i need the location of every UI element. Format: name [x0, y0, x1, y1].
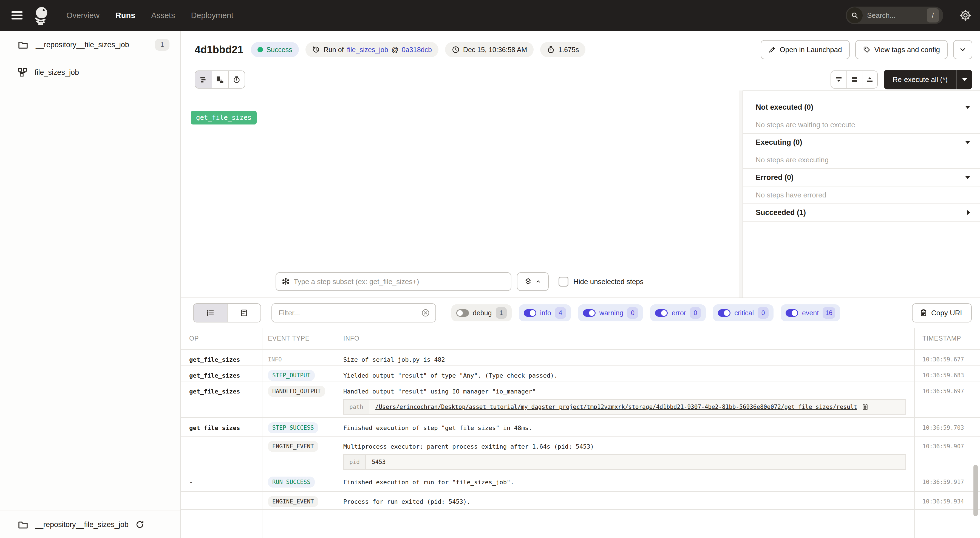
gantt-view-button[interactable] [195, 71, 212, 88]
step-subset-box[interactable] [275, 272, 511, 291]
event-type-badge: RUN_SUCCESS [268, 477, 315, 487]
folder-icon [18, 39, 29, 50]
hide-unselected-checkbox[interactable] [558, 277, 568, 287]
run-toolbar: Re-execute all (*) [181, 68, 980, 91]
sidebar-job-label: file_sizes_job [35, 68, 79, 77]
collapse-down-button[interactable] [831, 71, 846, 88]
sidebar-item-job[interactable]: file_sizes_job [0, 59, 180, 86]
log-row[interactable]: get_file_sizes INFO Size of serial_job.p… [181, 350, 980, 366]
hamburger-menu-icon[interactable] [11, 11, 22, 19]
copy-url-button[interactable]: Copy URL [912, 303, 972, 323]
log-row[interactable]: get_file_sizes STEP_SUCCESS Finished exe… [181, 418, 980, 436]
log-row[interactable]: get_file_sizes STEP_OUTPUT Yielded outpu… [181, 366, 980, 381]
level-count-badge: 1 [496, 307, 507, 318]
collapse-up-icon [865, 75, 874, 84]
toggle-switch-icon [583, 309, 595, 317]
section-succeeded[interactable]: Succeeded (1) [743, 204, 980, 221]
job-link[interactable]: file_sizes_job [347, 46, 388, 54]
level-count-badge: 0 [757, 307, 768, 318]
flow-view-button[interactable] [212, 71, 228, 88]
log-row[interactable]: - RUN_SUCCESS Finished execution of run … [181, 472, 980, 492]
sidebar-item-repository[interactable]: __repository__file_sizes_job 1 [0, 31, 180, 59]
log-filter-box[interactable] [272, 303, 436, 323]
structured-log-view-button[interactable] [227, 304, 261, 322]
folder-icon [18, 519, 29, 530]
section-errored[interactable]: Errored (0) [743, 169, 980, 186]
clear-filter-icon[interactable] [421, 309, 430, 317]
view-mode-segment [195, 70, 245, 89]
reexecute-dropdown-button[interactable] [956, 70, 972, 89]
panel-resize-gutter[interactable] [739, 91, 743, 298]
nav-item-assets[interactable]: Assets [151, 11, 175, 20]
view-tags-config-button[interactable]: View tags and config [855, 40, 948, 59]
dagster-app: Overview Runs Assets Deployment / [0, 0, 980, 538]
collapse-up-button[interactable] [862, 71, 877, 88]
search-icon [847, 7, 863, 23]
gantt-step-bar[interactable]: get_file_sizes [191, 111, 257, 124]
reload-icon[interactable] [135, 520, 145, 529]
log-filter-input[interactable] [278, 309, 421, 317]
chevron-up-icon [535, 279, 542, 285]
level-toggle-error[interactable]: error 0 [650, 304, 706, 322]
open-in-launchpad-button[interactable]: Open in Launchpad [760, 40, 850, 59]
toggle-switch-icon [524, 309, 536, 317]
dagster-logo-icon[interactable] [32, 5, 50, 25]
panel-layout-segment [830, 70, 878, 89]
hide-unselected-toggle[interactable]: Hide unselected steps [558, 277, 644, 287]
global-search[interactable]: / [846, 6, 943, 24]
nav-item-runs[interactable]: Runs [115, 11, 135, 20]
level-toggle-info[interactable]: info 4 [519, 304, 571, 322]
flat-log-view-button[interactable] [194, 304, 227, 322]
timer-icon [547, 46, 555, 54]
level-toggle-warning[interactable]: warning 0 [578, 304, 643, 322]
collapse-down-icon [835, 75, 843, 84]
log-scrollbar-thumb[interactable] [974, 465, 978, 516]
nav-links: Overview Runs Assets Deployment [66, 11, 233, 20]
search-shortcut-key: / [927, 8, 939, 22]
graph-query-toggle-button[interactable] [517, 272, 549, 291]
path-link[interactable]: /Users/erincochran/Desktop/asset_tutoria… [375, 404, 857, 410]
sidebar-repo-label: __repository__file_sizes_job [36, 41, 129, 49]
log-row[interactable]: - ENGINE_EVENT Multiprocess executor: pa… [181, 436, 980, 472]
sidebar-repo-count-badge: 1 [155, 39, 169, 51]
logs-toolbar: debug 1 info 4 warning 0 [181, 298, 980, 328]
section-empty-row: No steps are executing [743, 151, 980, 169]
nav-item-overview[interactable]: Overview [66, 11, 100, 20]
run-status-badge: Success [251, 42, 299, 57]
timing-view-button[interactable] [228, 71, 245, 88]
section-not-executed[interactable]: Not executed (0) [743, 99, 980, 116]
search-input[interactable] [867, 11, 911, 20]
log-row[interactable]: get_file_sizes HANDLED_OUTPUT Handled ou… [181, 381, 980, 418]
pencil-icon [768, 46, 776, 54]
step-selector-icon [282, 277, 290, 286]
sidebar-footer-repository[interactable]: __repository__file_sizes_job [0, 511, 180, 538]
history-icon [312, 46, 320, 54]
reexecute-all-button[interactable]: Re-execute all (*) [884, 70, 956, 89]
run-duration-pill: 1.675s [540, 42, 585, 57]
level-toggle-critical[interactable]: critical 0 [713, 304, 773, 322]
event-logs-section: debug 1 info 4 warning 0 [181, 298, 980, 538]
run-id: 4d1bbd21 [195, 44, 243, 56]
step-subset-input[interactable] [294, 277, 505, 286]
section-executing[interactable]: Executing (0) [743, 134, 980, 151]
flow-structure-icon [216, 75, 224, 84]
gear-icon[interactable] [959, 9, 972, 22]
nav-item-deployment[interactable]: Deployment [191, 11, 233, 20]
status-dot-icon [258, 47, 263, 53]
split-panels-icon [850, 75, 859, 84]
gantt-panel: get_file_sizes Hide unselected step [181, 91, 739, 298]
split-panels-button[interactable] [846, 71, 862, 88]
level-toggle-debug[interactable]: debug 1 [451, 304, 512, 322]
reexecute-split-button: Re-execute all (*) [884, 70, 972, 89]
header-more-button[interactable] [953, 40, 972, 59]
caret-down-icon [962, 78, 967, 81]
commit-link[interactable]: 0a318dcb [402, 46, 432, 54]
clock-icon [452, 46, 460, 54]
gantt-icon [199, 75, 208, 84]
copy-path-icon[interactable] [862, 403, 869, 411]
level-toggle-event[interactable]: event 16 [781, 304, 840, 322]
log-row[interactable]: - ENGINE_EVENT Process for run exited (p… [181, 492, 980, 510]
job-graph-icon [18, 67, 27, 77]
level-count-badge: 0 [627, 307, 638, 318]
toggle-switch-icon [786, 309, 798, 317]
